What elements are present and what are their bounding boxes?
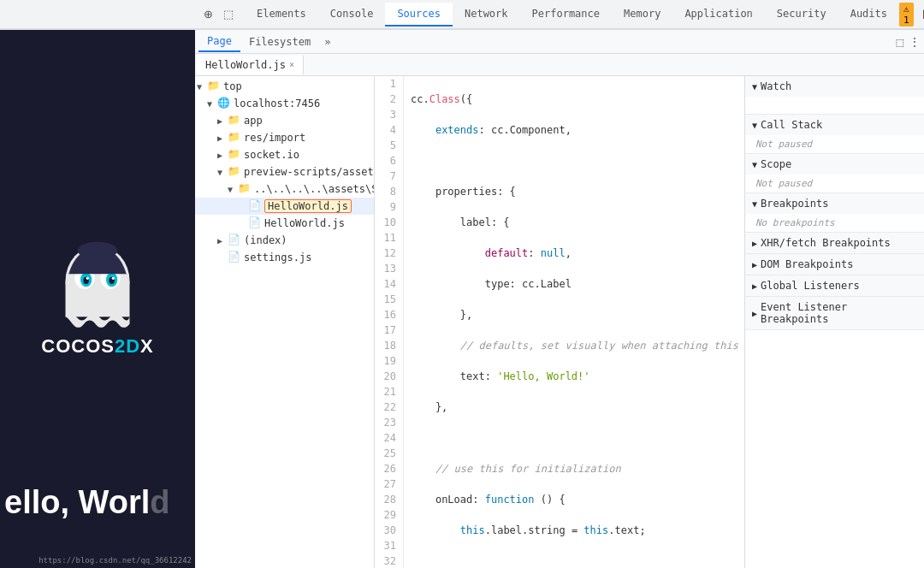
tree-item-app[interactable]: 📁 app xyxy=(195,112,374,129)
tab-application[interactable]: Application xyxy=(672,3,764,27)
tree-item-res[interactable]: 📁 res/import xyxy=(195,129,374,146)
tree-arrow-res xyxy=(217,133,228,143)
tree-arrow-assets xyxy=(228,185,238,194)
code-content[interactable]: cc.Class({ extends: cc.Component, proper… xyxy=(404,76,744,568)
tree-item-assets[interactable]: 📁 ..\..\..\..\assets\Script xyxy=(195,180,374,198)
file-tab-close[interactable]: × xyxy=(289,60,294,69)
global-section: Global Listeners xyxy=(745,275,924,297)
tab-sources[interactable]: Sources xyxy=(385,3,453,27)
helloworld-filename-highlighted: HelloWorld.js xyxy=(264,199,352,213)
page-icon: 📄 xyxy=(228,234,241,247)
tab-security[interactable]: Security xyxy=(765,3,838,27)
tree-item-preview[interactable]: 📁 preview-scripts/assets/Script xyxy=(195,163,374,180)
svg-point-10 xyxy=(78,241,118,258)
sources-menu-btn[interactable]: ⋮ xyxy=(909,35,921,49)
tree-item-index[interactable]: 📄 (index) xyxy=(195,232,374,249)
callstack-body: Not paused xyxy=(745,135,924,153)
svg-rect-1 xyxy=(66,281,130,317)
tree-item-localhost[interactable]: 🌐 localhost:7456 xyxy=(195,95,374,112)
event-header[interactable]: Event Listener Breakpoints xyxy=(745,297,924,329)
dom-header[interactable]: DOM Breakpoints xyxy=(745,254,924,275)
scope-arrow xyxy=(752,160,757,169)
expand-sources-btn[interactable]: ⬚ xyxy=(897,35,903,49)
tree-item-top[interactable]: 📁 top xyxy=(195,78,374,95)
hello-world-text: ello, World xyxy=(0,484,170,521)
callstack-header[interactable]: Call Stack xyxy=(745,115,924,135)
callstack-label: Call Stack xyxy=(761,119,822,131)
breakpoints-arrow xyxy=(752,199,757,209)
tree-arrow-localhost xyxy=(207,99,217,109)
breakpoints-header[interactable]: Breakpoints xyxy=(745,193,924,214)
file-tab-helloworld[interactable]: HelloWorld.js × xyxy=(197,56,304,74)
tab-audits[interactable]: Audits xyxy=(838,3,899,27)
right-panel: Watch Call Stack Not paused xyxy=(744,76,924,568)
tab-elements[interactable]: Elements xyxy=(245,3,318,27)
tab-network[interactable]: Network xyxy=(453,3,520,27)
more-tabs-btn[interactable]: » xyxy=(319,33,335,51)
watch-header[interactable]: Watch xyxy=(745,76,924,97)
js-file-icon2: 📄 xyxy=(248,216,262,230)
folder-icon: 📁 xyxy=(207,80,221,93)
event-section: Event Listener Breakpoints xyxy=(745,297,924,330)
event-label: Event Listener Breakpoints xyxy=(761,301,917,325)
watch-arrow xyxy=(752,82,757,92)
svg-point-8 xyxy=(86,276,89,279)
tab-memory[interactable]: Memory xyxy=(612,3,672,27)
main-tab-bar: ⊕ ⬚ Elements Console Sources Network Per… xyxy=(0,0,924,30)
js-file-icon: 📄 xyxy=(248,199,262,213)
dom-arrow xyxy=(752,260,757,269)
watch-section: Watch xyxy=(745,76,924,115)
folder-icon-socket: 📁 xyxy=(228,148,241,162)
svg-point-9 xyxy=(112,276,115,279)
scope-header[interactable]: Scope xyxy=(745,154,924,175)
xhr-arrow xyxy=(752,239,757,248)
breakpoints-label: Breakpoints xyxy=(761,198,828,210)
warning-badge: ⚠ 1 xyxy=(899,3,914,27)
tree-arrow-top xyxy=(197,82,207,92)
tree-item-helloworld2[interactable]: 📄 HelloWorld.js xyxy=(195,215,374,232)
global-label: Global Listeners xyxy=(761,280,860,292)
tab-performance[interactable]: Performance xyxy=(520,3,612,27)
watch-body xyxy=(745,97,924,114)
tree-arrow-socket xyxy=(217,151,228,160)
folder-icon-res: 📁 xyxy=(228,131,241,145)
tree-item-settings[interactable]: 📄 settings.js xyxy=(195,249,374,266)
tab-page[interactable]: Page xyxy=(198,32,240,52)
breakpoints-body: No breakpoints xyxy=(745,214,924,232)
cocos-title: COCOS2DX xyxy=(41,335,154,358)
tree-item-helloworld-highlighted[interactable]: 📄 HelloWorld.js xyxy=(195,198,374,215)
scope-label: Scope xyxy=(761,158,791,170)
js-settings-icon: 📄 xyxy=(228,251,241,264)
xhr-label: XHR/fetch Breakpoints xyxy=(761,237,891,249)
tree-arrow-index xyxy=(217,236,228,246)
scope-body: Not paused xyxy=(745,175,924,192)
watermark: https://blog.csdn.net/qq_36612242 xyxy=(38,556,192,565)
folder-icon-app: 📁 xyxy=(228,114,241,127)
dom-label: DOM Breakpoints xyxy=(761,258,853,270)
callstack-arrow xyxy=(752,121,757,130)
event-arrow xyxy=(752,309,757,318)
callstack-section: Call Stack Not paused xyxy=(745,115,924,154)
tree-arrow-preview xyxy=(217,168,228,177)
xhr-section: XHR/fetch Breakpoints xyxy=(745,233,924,254)
file-tab-label: HelloWorld.js xyxy=(205,59,286,71)
folder-icon-preview: 📁 xyxy=(228,165,241,179)
pause-btn[interactable]: ⏸ xyxy=(919,7,924,22)
scope-section: Scope Not paused xyxy=(745,154,924,193)
file-tree: 📁 top 🌐 localhost:7456 📁 app xyxy=(195,76,375,568)
tree-arrow-app xyxy=(217,116,228,126)
tab-console[interactable]: Console xyxy=(318,3,386,27)
global-header[interactable]: Global Listeners xyxy=(745,275,924,296)
tree-item-socket[interactable]: 📁 socket.io xyxy=(195,146,374,163)
global-arrow xyxy=(752,281,757,291)
tab-filesystem[interactable]: Filesystem xyxy=(240,33,319,51)
cocos-ghost-icon xyxy=(55,241,140,335)
devtools-device-icon[interactable]: ⬚ xyxy=(219,5,238,24)
game-preview: COCOS2DX ello, World https://blog.csdn.n… xyxy=(0,30,195,568)
breakpoints-section: Breakpoints No breakpoints xyxy=(745,193,924,233)
dom-section: DOM Breakpoints xyxy=(745,254,924,275)
xhr-header[interactable]: XHR/fetch Breakpoints xyxy=(745,233,924,253)
watch-label: Watch xyxy=(761,80,791,92)
devtools-inspect-icon[interactable]: ⊕ xyxy=(198,5,217,24)
folder-icon-assets: 📁 xyxy=(238,182,252,196)
